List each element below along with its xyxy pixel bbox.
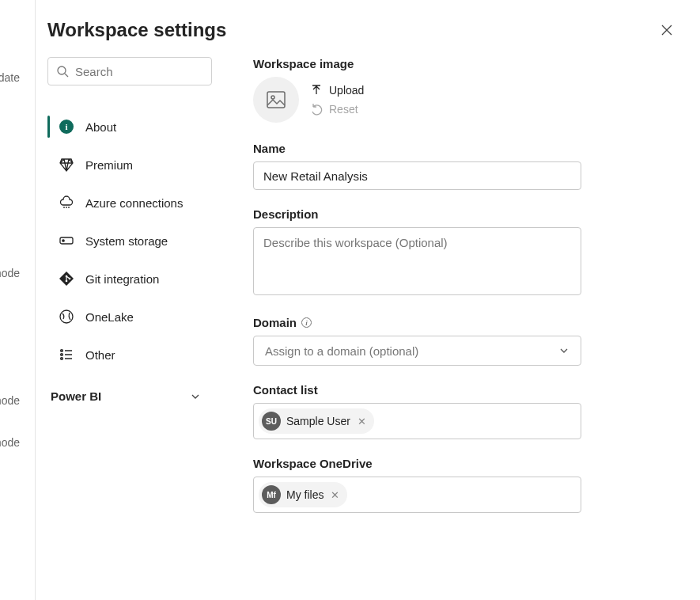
remove-chip-button[interactable]: ✕ [356, 416, 368, 427]
settings-panel: Workspace settings i About Premium [36, 0, 700, 600]
bg-text: mode [0, 436, 20, 449]
background-divider [35, 0, 36, 600]
chip-label: Sample User [286, 415, 350, 427]
contact-list-input[interactable]: SU Sample User ✕ [253, 403, 581, 439]
nav-onelake[interactable]: OneLake [47, 298, 212, 336]
sidebar: i About Premium Azure connections Sy [36, 57, 233, 530]
nav-label: About [85, 120, 116, 134]
onedrive-chip: Mf My files ✕ [259, 482, 347, 507]
chevron-down-icon [558, 345, 569, 356]
contact-list-label: Contact list [253, 383, 581, 397]
svg-point-7 [61, 350, 63, 352]
description-label: Description [253, 207, 581, 221]
nav-git-integration[interactable]: Git integration [47, 260, 212, 298]
upload-label: Upload [329, 84, 364, 97]
diamond-icon [59, 157, 74, 173]
description-input[interactable] [253, 227, 581, 295]
svg-point-6 [60, 310, 73, 323]
name-label: Name [253, 142, 581, 155]
upload-button[interactable]: Upload [310, 84, 364, 97]
bg-text: mode [0, 394, 20, 407]
content-area: Workspace image Upload Reset Name [233, 57, 700, 530]
upload-icon [310, 84, 323, 97]
reset-icon [310, 103, 323, 116]
list-icon [59, 347, 74, 363]
nav-label: Other [85, 348, 115, 362]
name-input[interactable] [253, 161, 581, 190]
panel-title: Workspace settings [47, 19, 226, 41]
svg-rect-10 [267, 92, 285, 108]
workspace-image-placeholder [253, 77, 299, 123]
reset-button: Reset [310, 103, 364, 116]
info-icon[interactable]: i [301, 317, 312, 328]
cloud-icon [59, 195, 74, 211]
bg-text: odate [0, 71, 20, 84]
remove-chip-button[interactable]: ✕ [329, 489, 341, 501]
svg-point-8 [61, 354, 63, 356]
svg-point-0 [58, 66, 66, 74]
nav-about[interactable]: i About [47, 108, 212, 146]
bg-text: mode [0, 267, 20, 279]
nav-premium[interactable]: Premium [47, 146, 212, 184]
search-box[interactable] [47, 57, 212, 85]
avatar: Mf [262, 485, 281, 504]
section-powerbi[interactable]: Power BI [47, 374, 212, 403]
onelake-icon [59, 309, 74, 325]
workspace-image-label: Workspace image [253, 57, 581, 70]
domain-placeholder: Assign to a domain (optional) [265, 344, 418, 358]
search-input[interactable] [75, 65, 203, 78]
chevron-down-icon [190, 391, 201, 402]
domain-label: Domain i [253, 316, 581, 329]
nav-label: System storage [85, 234, 168, 248]
storage-icon [59, 234, 74, 248]
onedrive-input[interactable]: Mf My files ✕ [253, 477, 581, 513]
info-icon: i [59, 120, 74, 134]
onedrive-label: Workspace OneDrive [253, 457, 581, 470]
image-icon [265, 89, 287, 111]
nav-system-storage[interactable]: System storage [47, 222, 212, 260]
svg-point-11 [271, 96, 274, 99]
section-label: Power BI [51, 389, 101, 403]
git-icon [59, 271, 74, 287]
close-icon [660, 24, 673, 36]
nav-label: OneLake [85, 310, 134, 324]
close-button[interactable] [657, 21, 676, 40]
chip-label: My files [286, 488, 324, 501]
svg-point-9 [61, 358, 63, 360]
nav-label: Azure connections [85, 196, 183, 210]
contact-chip: SU Sample User ✕ [259, 408, 374, 434]
nav-azure-connections[interactable]: Azure connections [47, 184, 212, 222]
search-icon [56, 65, 69, 78]
svg-point-2 [62, 240, 64, 241]
nav-other[interactable]: Other [47, 336, 212, 374]
reset-label: Reset [329, 103, 358, 116]
domain-select[interactable]: Assign to a domain (optional) [253, 336, 581, 366]
nav-label: Git integration [85, 272, 159, 286]
avatar: SU [262, 412, 281, 431]
nav-label: Premium [85, 158, 133, 172]
